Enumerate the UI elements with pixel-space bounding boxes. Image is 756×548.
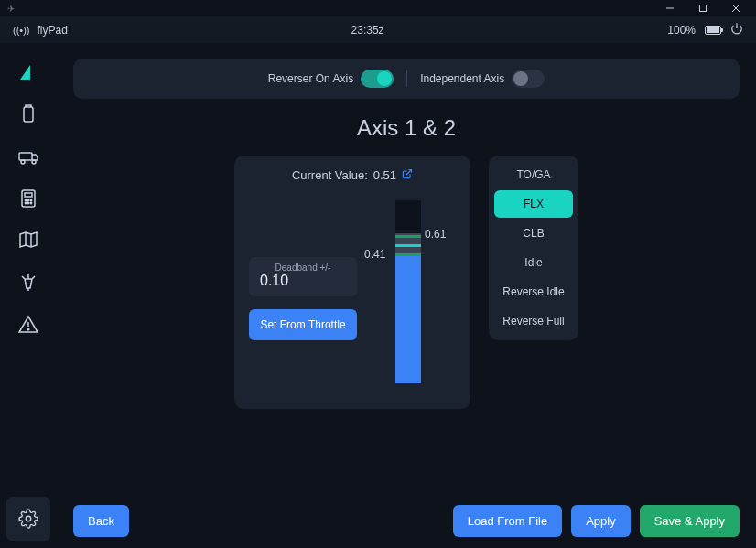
- apply-button[interactable]: Apply: [571, 505, 631, 537]
- upper-tick-label: 0.61: [425, 228, 446, 241]
- sidebar-item-dispatch[interactable]: [9, 95, 48, 134]
- current-value-label: Current Value:: [292, 168, 368, 182]
- current-value: 0.51: [373, 168, 396, 182]
- reverser-on-axis-toggle[interactable]: [361, 70, 394, 88]
- power-icon[interactable]: [730, 22, 743, 38]
- svg-point-7: [21, 160, 25, 164]
- window-close-button[interactable]: [719, 0, 752, 16]
- page-title: Axis 1 & 2: [73, 115, 740, 141]
- set-from-throttle-button[interactable]: Set From Throttle: [249, 309, 357, 340]
- battery-percent: 100%: [667, 24, 696, 37]
- sidebar-item-performance[interactable]: [9, 179, 48, 218]
- sidebar-item-navigation[interactable]: [9, 221, 48, 260]
- detent-item-reverse-idle[interactable]: Reverse Idle: [494, 278, 573, 306]
- external-link-icon[interactable]: [402, 168, 413, 182]
- svg-point-11: [25, 199, 26, 200]
- footer: Back Load From File Apply Save & Apply: [73, 494, 740, 537]
- svg-point-8: [32, 160, 36, 164]
- app-icon: ✈: [7, 4, 15, 14]
- independent-axis-toggle[interactable]: [512, 70, 545, 88]
- detent-item-reverse-full[interactable]: Reverse Full: [494, 307, 573, 335]
- sidebar-item-ground[interactable]: [9, 137, 48, 176]
- sidebar-item-failures[interactable]: [9, 306, 48, 344]
- reverser-on-axis-label: Reverser On Axis: [268, 72, 353, 85]
- svg-rect-10: [25, 193, 32, 197]
- detent-item-clb[interactable]: CLB: [494, 220, 573, 247]
- detent-list: TO/GAFLXCLBIdleReverse IdleReverse Full: [489, 156, 578, 340]
- deadband-value: 0.10: [260, 273, 346, 289]
- svg-line-20: [406, 170, 412, 176]
- signal-icon: ((•)): [13, 25, 30, 36]
- clock: 23:35z: [351, 24, 384, 37]
- divider: [406, 70, 407, 87]
- svg-rect-6: [19, 153, 32, 160]
- battery-icon: [705, 26, 721, 35]
- load-from-file-button[interactable]: Load From File: [453, 505, 562, 537]
- svg-point-15: [27, 202, 28, 203]
- svg-point-12: [27, 199, 28, 200]
- sidebar: [0, 44, 57, 548]
- deadband-label: Deadband +/-: [260, 263, 346, 273]
- deadband-input[interactable]: Deadband +/- 0.10: [249, 257, 357, 296]
- os-titlebar: ✈: [0, 0, 756, 16]
- statusbar: ((•)) flyPad 23:35z 100%: [0, 16, 756, 44]
- svg-point-14: [25, 202, 26, 203]
- independent-axis-label: Independent Axis: [420, 72, 504, 85]
- sidebar-item-dashboard[interactable]: [9, 53, 48, 91]
- svg-point-13: [30, 199, 31, 200]
- svg-point-19: [26, 516, 31, 521]
- throttle-gauge: 0.61 0.41: [370, 200, 452, 392]
- window-maximize-button[interactable]: [686, 0, 719, 16]
- save-and-apply-button[interactable]: Save & Apply: [640, 505, 740, 537]
- svg-rect-1: [700, 5, 707, 12]
- sidebar-item-atc[interactable]: [9, 263, 48, 302]
- detent-item-to-ga[interactable]: TO/GA: [494, 161, 573, 188]
- detent-item-flx[interactable]: FLX: [494, 190, 573, 218]
- axis-toggle-panel: Reverser On Axis Independent Axis: [73, 59, 740, 99]
- lower-tick-label: 0.41: [364, 248, 385, 261]
- window-minimize-button[interactable]: [653, 0, 686, 16]
- app-name: flyPad: [38, 24, 68, 37]
- svg-point-16: [30, 202, 31, 203]
- detent-item-idle[interactable]: Idle: [494, 249, 573, 276]
- back-button[interactable]: Back: [73, 505, 129, 537]
- axis-card: Current Value: 0.51 Deadband +/- 0.10 Se…: [234, 156, 470, 409]
- svg-point-18: [27, 328, 29, 330]
- sidebar-item-settings[interactable]: [6, 497, 50, 541]
- svg-rect-5: [24, 107, 33, 122]
